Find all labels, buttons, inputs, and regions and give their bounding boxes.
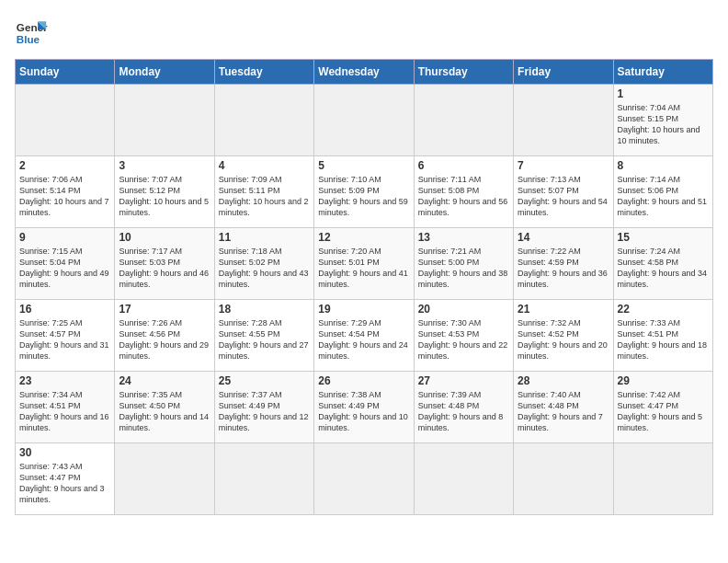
day-info: Sunrise: 7:43 AM Sunset: 4:47 PM Dayligh… <box>19 461 110 506</box>
day-header-monday: Monday <box>115 60 214 85</box>
day-header-saturday: Saturday <box>613 60 712 85</box>
day-number: 25 <box>219 374 310 387</box>
day-number: 11 <box>219 231 310 244</box>
day-number: 8 <box>618 159 709 172</box>
calendar-cell: 23Sunrise: 7:34 AM Sunset: 4:51 PM Dayli… <box>16 372 115 443</box>
logo: General Blue <box>15 15 48 48</box>
day-number: 30 <box>19 446 110 459</box>
calendar-cell: 13Sunrise: 7:21 AM Sunset: 5:00 PM Dayli… <box>414 228 513 300</box>
day-info: Sunrise: 7:34 AM Sunset: 4:51 PM Dayligh… <box>19 389 110 434</box>
calendar-cell <box>514 85 613 156</box>
day-number: 21 <box>518 303 609 316</box>
day-info: Sunrise: 7:29 AM Sunset: 4:54 PM Dayligh… <box>318 317 409 362</box>
day-info: Sunrise: 7:26 AM Sunset: 4:56 PM Dayligh… <box>119 317 210 362</box>
day-info: Sunrise: 7:11 AM Sunset: 5:08 PM Dayligh… <box>418 174 509 219</box>
day-number: 13 <box>418 231 509 244</box>
calendar-cell: 22Sunrise: 7:33 AM Sunset: 4:51 PM Dayli… <box>613 300 712 372</box>
day-number: 23 <box>19 374 110 387</box>
calendar-week-4: 16Sunrise: 7:25 AM Sunset: 4:57 PM Dayli… <box>16 300 713 372</box>
day-number: 22 <box>618 303 709 316</box>
calendar-cell: 20Sunrise: 7:30 AM Sunset: 4:53 PM Dayli… <box>414 300 513 372</box>
calendar-cell: 25Sunrise: 7:37 AM Sunset: 4:49 PM Dayli… <box>214 372 313 443</box>
day-info: Sunrise: 7:35 AM Sunset: 4:50 PM Dayligh… <box>119 389 210 434</box>
page-header: General Blue <box>15 15 713 48</box>
day-info: Sunrise: 7:38 AM Sunset: 4:49 PM Dayligh… <box>318 389 409 434</box>
calendar-week-3: 9Sunrise: 7:15 AM Sunset: 5:04 PM Daylig… <box>16 228 713 300</box>
svg-text:Blue: Blue <box>17 33 40 45</box>
day-number: 12 <box>318 231 409 244</box>
day-number: 26 <box>318 374 409 387</box>
day-info: Sunrise: 7:40 AM Sunset: 4:48 PM Dayligh… <box>518 389 609 434</box>
calendar-week-1: 1Sunrise: 7:04 AM Sunset: 5:15 PM Daylig… <box>16 85 713 156</box>
calendar-cell <box>314 85 414 156</box>
calendar-cell: 12Sunrise: 7:20 AM Sunset: 5:01 PM Dayli… <box>314 228 414 300</box>
calendar-cell: 28Sunrise: 7:40 AM Sunset: 4:48 PM Dayli… <box>514 372 613 443</box>
day-header-wednesday: Wednesday <box>314 60 414 85</box>
day-info: Sunrise: 7:18 AM Sunset: 5:02 PM Dayligh… <box>219 246 310 291</box>
day-number: 5 <box>318 159 409 172</box>
calendar-cell <box>16 85 115 156</box>
calendar-week-6: 30Sunrise: 7:43 AM Sunset: 4:47 PM Dayli… <box>16 443 713 515</box>
day-info: Sunrise: 7:42 AM Sunset: 4:47 PM Dayligh… <box>618 389 709 434</box>
calendar-header: SundayMondayTuesdayWednesdayThursdayFrid… <box>16 60 713 85</box>
day-info: Sunrise: 7:04 AM Sunset: 5:15 PM Dayligh… <box>618 102 709 147</box>
calendar-cell: 11Sunrise: 7:18 AM Sunset: 5:02 PM Dayli… <box>214 228 313 300</box>
calendar-cell <box>414 443 513 515</box>
calendar-cell: 6Sunrise: 7:11 AM Sunset: 5:08 PM Daylig… <box>414 156 513 228</box>
calendar-cell: 1Sunrise: 7:04 AM Sunset: 5:15 PM Daylig… <box>613 85 712 156</box>
day-info: Sunrise: 7:20 AM Sunset: 5:01 PM Dayligh… <box>318 246 409 291</box>
day-info: Sunrise: 7:13 AM Sunset: 5:07 PM Dayligh… <box>518 174 609 219</box>
calendar-cell <box>115 443 214 515</box>
day-info: Sunrise: 7:22 AM Sunset: 4:59 PM Dayligh… <box>518 246 609 291</box>
day-info: Sunrise: 7:32 AM Sunset: 4:52 PM Dayligh… <box>518 317 609 362</box>
calendar-week-5: 23Sunrise: 7:34 AM Sunset: 4:51 PM Dayli… <box>16 372 713 443</box>
day-number: 27 <box>418 374 509 387</box>
day-info: Sunrise: 7:09 AM Sunset: 5:11 PM Dayligh… <box>219 174 310 219</box>
calendar-cell: 27Sunrise: 7:39 AM Sunset: 4:48 PM Dayli… <box>414 372 513 443</box>
calendar-cell: 2Sunrise: 7:06 AM Sunset: 5:14 PM Daylig… <box>16 156 115 228</box>
day-info: Sunrise: 7:17 AM Sunset: 5:03 PM Dayligh… <box>119 246 210 291</box>
calendar-week-2: 2Sunrise: 7:06 AM Sunset: 5:14 PM Daylig… <box>16 156 713 228</box>
day-info: Sunrise: 7:06 AM Sunset: 5:14 PM Dayligh… <box>19 174 110 219</box>
day-number: 10 <box>119 231 210 244</box>
day-number: 20 <box>418 303 509 316</box>
day-number: 24 <box>119 374 210 387</box>
day-info: Sunrise: 7:30 AM Sunset: 4:53 PM Dayligh… <box>418 317 509 362</box>
calendar-cell: 24Sunrise: 7:35 AM Sunset: 4:50 PM Dayli… <box>115 372 214 443</box>
calendar-cell: 26Sunrise: 7:38 AM Sunset: 4:49 PM Dayli… <box>314 372 414 443</box>
day-info: Sunrise: 7:14 AM Sunset: 5:06 PM Dayligh… <box>618 174 709 219</box>
day-number: 4 <box>219 159 310 172</box>
day-info: Sunrise: 7:37 AM Sunset: 4:49 PM Dayligh… <box>219 389 310 434</box>
calendar-cell: 5Sunrise: 7:10 AM Sunset: 5:09 PM Daylig… <box>314 156 414 228</box>
calendar-cell: 14Sunrise: 7:22 AM Sunset: 4:59 PM Dayli… <box>514 228 613 300</box>
day-info: Sunrise: 7:33 AM Sunset: 4:51 PM Dayligh… <box>618 317 709 362</box>
day-number: 14 <box>518 231 609 244</box>
calendar-cell <box>214 443 313 515</box>
day-header-tuesday: Tuesday <box>214 60 313 85</box>
day-info: Sunrise: 7:15 AM Sunset: 5:04 PM Dayligh… <box>19 246 110 291</box>
calendar-cell: 19Sunrise: 7:29 AM Sunset: 4:54 PM Dayli… <box>314 300 414 372</box>
day-number: 9 <box>19 231 110 244</box>
day-number: 3 <box>119 159 210 172</box>
calendar-cell: 8Sunrise: 7:14 AM Sunset: 5:06 PM Daylig… <box>613 156 712 228</box>
day-header-friday: Friday <box>514 60 613 85</box>
calendar-cell <box>613 443 712 515</box>
calendar-cell: 7Sunrise: 7:13 AM Sunset: 5:07 PM Daylig… <box>514 156 613 228</box>
day-number: 15 <box>618 231 709 244</box>
calendar-cell: 3Sunrise: 7:07 AM Sunset: 5:12 PM Daylig… <box>115 156 214 228</box>
day-number: 6 <box>418 159 509 172</box>
calendar-cell: 18Sunrise: 7:28 AM Sunset: 4:55 PM Dayli… <box>214 300 313 372</box>
calendar-cell <box>414 85 513 156</box>
day-number: 19 <box>318 303 409 316</box>
day-number: 17 <box>119 303 210 316</box>
day-number: 28 <box>518 374 609 387</box>
day-number: 29 <box>618 374 709 387</box>
calendar-cell: 16Sunrise: 7:25 AM Sunset: 4:57 PM Dayli… <box>16 300 115 372</box>
day-info: Sunrise: 7:10 AM Sunset: 5:09 PM Dayligh… <box>318 174 409 219</box>
day-info: Sunrise: 7:25 AM Sunset: 4:57 PM Dayligh… <box>19 317 110 362</box>
day-info: Sunrise: 7:28 AM Sunset: 4:55 PM Dayligh… <box>219 317 310 362</box>
calendar-cell <box>514 443 613 515</box>
day-number: 2 <box>19 159 110 172</box>
day-header-thursday: Thursday <box>414 60 513 85</box>
day-info: Sunrise: 7:24 AM Sunset: 4:58 PM Dayligh… <box>618 246 709 291</box>
